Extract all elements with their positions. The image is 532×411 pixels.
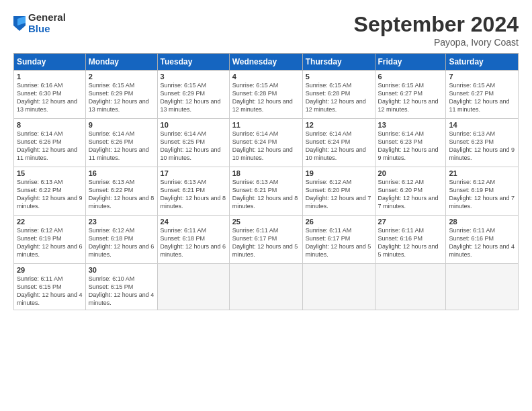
logo-general: General [28,12,66,24]
day-7: 7Sunrise: 6:15 AMSunset: 6:27 PMDaylight… [446,71,519,119]
day-info: Sunrise: 6:15 AMSunset: 6:29 PMDaylight:… [89,81,154,114]
day-info: Sunrise: 6:14 AMSunset: 6:24 PMDaylight:… [232,130,300,163]
day-info: Sunrise: 6:11 AMSunset: 6:17 PMDaylight:… [306,226,372,259]
day-2: 2Sunrise: 6:15 AMSunset: 6:29 PMDaylight… [85,71,157,119]
day-info: Sunrise: 6:11 AMSunset: 6:16 PMDaylight:… [449,226,515,259]
day-17: 17Sunrise: 6:13 AMSunset: 6:21 PMDayligh… [157,167,229,216]
day-number: 2 [89,73,154,81]
day-info: Sunrise: 6:10 AMSunset: 6:15 PMDaylight:… [89,275,154,308]
day-28: 28Sunrise: 6:11 AMSunset: 6:16 PMDayligh… [446,216,519,264]
day-info: Sunrise: 6:15 AMSunset: 6:27 PMDaylight:… [378,81,443,114]
day-info: Sunrise: 6:14 AMSunset: 6:26 PMDaylight:… [89,130,154,163]
day-number: 22 [17,218,83,226]
day-number: 24 [161,218,226,226]
location: Payopa, Ivory Coast [354,37,519,48]
day-info: Sunrise: 6:11 AMSunset: 6:16 PMDaylight:… [378,226,443,259]
day-number: 25 [232,218,300,226]
day-16: 16Sunrise: 6:13 AMSunset: 6:22 PMDayligh… [85,167,157,216]
empty-cell [446,264,519,310]
day-number: 27 [378,218,443,226]
day-number: 5 [306,73,372,81]
day-info: Sunrise: 6:14 AMSunset: 6:25 PMDaylight:… [161,130,226,163]
col-monday: Monday [85,54,157,71]
day-number: 21 [449,169,515,177]
page: General Blue September 2024 Payopa, Ivor… [0,0,532,411]
calendar-header-row: Sunday Monday Tuesday Wednesday Thursday… [14,54,519,71]
day-info: Sunrise: 6:15 AMSunset: 6:27 PMDaylight:… [449,81,515,114]
day-info: Sunrise: 6:15 AMSunset: 6:28 PMDaylight:… [306,81,372,114]
calendar: Sunday Monday Tuesday Wednesday Thursday… [13,53,519,310]
day-info: Sunrise: 6:12 AMSunset: 6:19 PMDaylight:… [17,226,83,259]
day-info: Sunrise: 6:13 AMSunset: 6:23 PMDaylight:… [449,130,515,163]
day-info: Sunrise: 6:13 AMSunset: 6:22 PMDaylight:… [17,178,83,211]
day-number: 3 [161,73,226,81]
day-info: Sunrise: 6:12 AMSunset: 6:18 PMDaylight:… [89,226,154,259]
day-20: 20Sunrise: 6:12 AMSunset: 6:20 PMDayligh… [375,167,446,216]
empty-cell [157,264,229,310]
day-info: Sunrise: 6:11 AMSunset: 6:15 PMDaylight:… [17,275,83,308]
day-info: Sunrise: 6:15 AMSunset: 6:29 PMDaylight:… [161,81,226,114]
day-number: 10 [161,121,226,129]
day-info: Sunrise: 6:16 AMSunset: 6:30 PMDaylight:… [17,81,83,114]
empty-cell [375,264,446,310]
day-4: 4Sunrise: 6:15 AMSunset: 6:28 PMDaylight… [229,71,302,119]
day-number: 30 [89,266,154,274]
day-13: 13Sunrise: 6:14 AMSunset: 6:23 PMDayligh… [375,119,446,167]
day-27: 27Sunrise: 6:11 AMSunset: 6:16 PMDayligh… [375,216,446,264]
title-block: September 2024 Payopa, Ivory Coast [354,12,519,48]
day-number: 12 [306,121,372,129]
day-18: 18Sunrise: 6:13 AMSunset: 6:21 PMDayligh… [229,167,302,216]
day-number: 11 [232,121,300,129]
day-number: 17 [161,169,226,177]
day-info: Sunrise: 6:12 AMSunset: 6:19 PMDaylight:… [449,178,515,211]
day-number: 1 [17,73,83,81]
day-8: 8Sunrise: 6:14 AMSunset: 6:26 PMDaylight… [14,119,86,167]
day-info: Sunrise: 6:11 AMSunset: 6:18 PMDaylight:… [161,226,226,259]
day-number: 14 [449,121,515,129]
logo: General Blue [13,12,66,34]
col-wednesday: Wednesday [229,54,302,71]
header: General Blue September 2024 Payopa, Ivor… [13,12,519,48]
col-friday: Friday [375,54,446,71]
day-9: 9Sunrise: 6:14 AMSunset: 6:26 PMDaylight… [85,119,157,167]
day-24: 24Sunrise: 6:11 AMSunset: 6:18 PMDayligh… [157,216,229,264]
day-number: 8 [17,121,83,129]
day-11: 11Sunrise: 6:14 AMSunset: 6:24 PMDayligh… [229,119,302,167]
empty-cell [302,264,375,310]
col-thursday: Thursday [302,54,375,71]
day-6: 6Sunrise: 6:15 AMSunset: 6:27 PMDaylight… [375,71,446,119]
day-25: 25Sunrise: 6:11 AMSunset: 6:17 PMDayligh… [229,216,302,264]
day-1: 1Sunrise: 6:16 AMSunset: 6:30 PMDaylight… [14,71,86,119]
day-number: 6 [378,73,443,81]
day-number: 9 [89,121,154,129]
day-number: 28 [449,218,515,226]
day-info: Sunrise: 6:14 AMSunset: 6:24 PMDaylight:… [306,130,372,163]
empty-cell [229,264,302,310]
day-number: 13 [378,121,443,129]
day-number: 29 [17,266,83,274]
day-info: Sunrise: 6:11 AMSunset: 6:17 PMDaylight:… [232,226,300,259]
day-3: 3Sunrise: 6:15 AMSunset: 6:29 PMDaylight… [157,71,229,119]
day-19: 19Sunrise: 6:12 AMSunset: 6:20 PMDayligh… [302,167,375,216]
day-info: Sunrise: 6:13 AMSunset: 6:21 PMDaylight:… [161,178,226,211]
day-26: 26Sunrise: 6:11 AMSunset: 6:17 PMDayligh… [302,216,375,264]
col-saturday: Saturday [446,54,519,71]
day-info: Sunrise: 6:12 AMSunset: 6:20 PMDaylight:… [306,178,372,211]
day-5: 5Sunrise: 6:15 AMSunset: 6:28 PMDaylight… [302,71,375,119]
col-sunday: Sunday [14,54,86,71]
day-info: Sunrise: 6:14 AMSunset: 6:23 PMDaylight:… [378,130,443,163]
day-number: 19 [306,169,372,177]
day-29: 29Sunrise: 6:11 AMSunset: 6:15 PMDayligh… [14,264,86,310]
day-number: 7 [449,73,515,81]
day-info: Sunrise: 6:15 AMSunset: 6:28 PMDaylight:… [232,81,300,114]
day-number: 20 [378,169,443,177]
day-30: 30Sunrise: 6:10 AMSunset: 6:15 PMDayligh… [85,264,157,310]
day-info: Sunrise: 6:13 AMSunset: 6:21 PMDaylight:… [232,178,300,211]
day-number: 26 [306,218,372,226]
day-number: 18 [232,169,300,177]
day-info: Sunrise: 6:14 AMSunset: 6:26 PMDaylight:… [17,130,83,163]
day-10: 10Sunrise: 6:14 AMSunset: 6:25 PMDayligh… [157,119,229,167]
day-21: 21Sunrise: 6:12 AMSunset: 6:19 PMDayligh… [446,167,519,216]
logo-text: General Blue [28,12,66,34]
day-23: 23Sunrise: 6:12 AMSunset: 6:18 PMDayligh… [85,216,157,264]
